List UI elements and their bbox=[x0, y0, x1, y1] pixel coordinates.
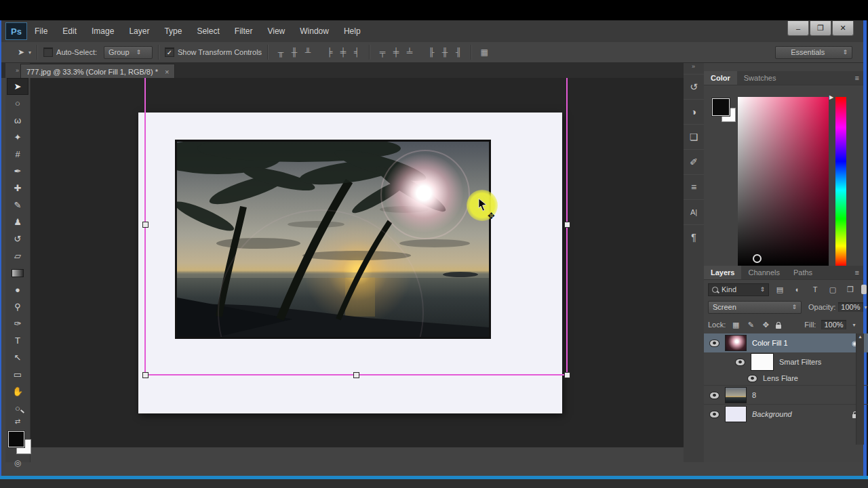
document-tab[interactable]: 777.jpg @ 33.3% (Color Fill 1, RGB/8) * … bbox=[20, 64, 175, 79]
layer-row-smart-filters[interactable]: Smart Filters bbox=[704, 352, 868, 371]
menu-file[interactable]: File bbox=[27, 20, 55, 42]
lock-image-pixels-icon[interactable]: ✎ bbox=[746, 321, 755, 329]
menu-layer[interactable]: Layer bbox=[121, 20, 157, 42]
layer-thumbnail[interactable] bbox=[725, 387, 747, 403]
blur-tool[interactable]: ● bbox=[7, 281, 28, 298]
beach-photo-layer[interactable] bbox=[175, 140, 491, 339]
layer-row-background[interactable]: Background bbox=[704, 404, 868, 424]
lock-position-icon[interactable]: ✥ bbox=[761, 321, 770, 329]
hand-tool[interactable]: ✋ bbox=[7, 383, 28, 400]
chevron-down-icon[interactable]: ▾ bbox=[853, 322, 856, 328]
tab-paths[interactable]: Paths bbox=[787, 266, 819, 279]
type-tool[interactable]: T bbox=[7, 332, 28, 349]
distribute-vertical-centers-icon[interactable]: ╪ bbox=[389, 47, 403, 57]
workspace-dropdown[interactable]: Essentials ⇕ bbox=[775, 46, 852, 59]
auto-select-group-dropdown[interactable]: Group ⇕ bbox=[104, 46, 153, 59]
menu-image[interactable]: Image bbox=[84, 20, 121, 42]
transform-handle-bottom-left[interactable] bbox=[142, 372, 149, 378]
layer-filter-kind-dropdown[interactable]: Kind ⇕ bbox=[708, 283, 769, 296]
panels-collapse[interactable]: » bbox=[684, 63, 704, 74]
clone-source-panel-icon[interactable]: ≡ bbox=[684, 174, 704, 199]
filter-adjustment-layers-icon[interactable]: ◐ bbox=[791, 285, 804, 293]
tab-swatches[interactable]: Swatches bbox=[737, 71, 783, 85]
pen-tool[interactable]: ✑ bbox=[7, 315, 28, 332]
rectangle-tool[interactable]: ▭ bbox=[7, 366, 28, 383]
elliptical-marquee-tool[interactable]: ○ bbox=[7, 95, 28, 112]
visibility-eye-icon[interactable] bbox=[747, 375, 757, 382]
saturation-brightness-field[interactable] bbox=[738, 97, 829, 266]
magic-wand-tool[interactable]: ✦ bbox=[7, 129, 28, 146]
crop-tool[interactable]: # bbox=[7, 146, 28, 163]
align-right-edges-icon[interactable]: ╡ bbox=[350, 47, 363, 57]
align-bottom-edges-icon[interactable]: ╨ bbox=[301, 47, 315, 57]
tab-color[interactable]: Color bbox=[704, 71, 737, 85]
path-selection-tool[interactable]: ↖ bbox=[7, 349, 28, 366]
brush-panel-icon[interactable]: ✐ bbox=[684, 149, 704, 174]
quick-mask-icon[interactable]: ◎ bbox=[9, 458, 26, 468]
zoom-tool[interactable]: ○ bbox=[7, 400, 28, 417]
tab-layers[interactable]: Layers bbox=[704, 266, 741, 279]
lock-all-icon[interactable] bbox=[776, 325, 781, 329]
align-top-edges-icon[interactable]: ╥ bbox=[274, 47, 288, 57]
opacity-value[interactable]: 100% bbox=[838, 302, 863, 312]
distribute-horizontal-centers-icon[interactable]: ╫ bbox=[438, 47, 452, 57]
transform-handle-right[interactable] bbox=[564, 222, 570, 228]
lasso-tool[interactable]: ω bbox=[7, 112, 28, 129]
visibility-eye-icon[interactable] bbox=[735, 359, 745, 366]
move-tool[interactable]: ➤ bbox=[7, 78, 28, 95]
paragraph-panel-icon[interactable]: ¶ bbox=[684, 224, 704, 249]
chevron-down-icon[interactable]: ▾ bbox=[865, 304, 867, 310]
eraser-tool[interactable]: ▱ bbox=[7, 247, 28, 264]
filter-toggle-switch[interactable] bbox=[861, 285, 867, 294]
fill-value[interactable]: 100% bbox=[821, 320, 846, 329]
scroll-up-icon[interactable]: ▴ bbox=[859, 333, 861, 340]
filter-type-layers-icon[interactable]: T bbox=[808, 285, 822, 293]
menu-view[interactable]: View bbox=[260, 20, 292, 42]
layer-row-8[interactable]: 8 bbox=[704, 385, 868, 405]
align-horizontal-centers-icon[interactable]: ╪ bbox=[336, 47, 350, 57]
layer-thumbnail[interactable] bbox=[725, 406, 747, 422]
filter-shape-layers-icon[interactable]: ▢ bbox=[826, 285, 840, 294]
lock-transparent-pixels-icon[interactable]: ▦ bbox=[731, 321, 741, 329]
brush-tool[interactable]: ✎ bbox=[7, 197, 28, 214]
tab-channels[interactable]: Channels bbox=[741, 266, 786, 279]
foreground-color-well[interactable] bbox=[712, 98, 730, 116]
menu-filter[interactable]: Filter bbox=[227, 20, 260, 42]
eyedropper-tool[interactable]: ✒ bbox=[7, 163, 28, 180]
spot-healing-brush-tool[interactable]: ✚ bbox=[7, 180, 28, 197]
gradient-tool[interactable] bbox=[7, 264, 28, 281]
transform-handle-bottom-center[interactable] bbox=[353, 372, 359, 378]
close-button[interactable]: ✕ bbox=[832, 21, 854, 36]
canvas-area[interactable]: ✥ 33.33% ➦ Doc: 8.04M/23.8M ▶ bbox=[31, 78, 684, 447]
character-panel-icon[interactable]: A| bbox=[684, 199, 704, 224]
menu-window[interactable]: Window bbox=[292, 20, 336, 42]
visibility-eye-icon[interactable] bbox=[709, 340, 719, 347]
distribute-left-edges-icon[interactable]: ╟ bbox=[425, 47, 438, 57]
color-picker-marker[interactable] bbox=[753, 254, 762, 263]
history-panel-icon[interactable]: ↺ bbox=[684, 74, 704, 99]
tool-preset-caret-icon[interactable]: ▾ bbox=[28, 49, 31, 56]
menu-help[interactable]: Help bbox=[336, 20, 368, 42]
swap-colors-icon[interactable]: ⇄ bbox=[5, 418, 30, 425]
distribute-top-edges-icon[interactable]: ╤ bbox=[376, 47, 389, 57]
clone-stamp-tool[interactable]: ♟ bbox=[7, 214, 28, 230]
tab-close-icon[interactable]: × bbox=[165, 68, 169, 76]
adjustments-panel-icon[interactable]: ◑ bbox=[684, 99, 704, 124]
transform-handle-left[interactable] bbox=[142, 222, 149, 228]
filter-image-layers-icon[interactable]: ▤ bbox=[773, 285, 787, 294]
layer-thumbnail[interactable] bbox=[725, 335, 747, 351]
filter-smart-object-icon[interactable]: ❒ bbox=[844, 285, 857, 294]
hue-ramp[interactable] bbox=[835, 97, 846, 266]
history-brush-tool[interactable]: ↺ bbox=[7, 230, 28, 247]
transform-handle-bottom-right[interactable] bbox=[564, 372, 570, 378]
dodge-tool[interactable]: ⚲ bbox=[7, 298, 28, 315]
distribute-bottom-edges-icon[interactable]: ╧ bbox=[403, 47, 416, 57]
properties-panel-icon[interactable]: ❏ bbox=[684, 124, 704, 149]
menu-select[interactable]: Select bbox=[189, 20, 226, 42]
menu-edit[interactable]: Edit bbox=[55, 20, 84, 42]
blend-mode-dropdown[interactable]: Screen ⇕ bbox=[708, 301, 802, 314]
minimize-button[interactable]: – bbox=[787, 21, 809, 36]
auto-select-checkbox[interactable] bbox=[43, 47, 53, 57]
layer-row-color-fill-1[interactable]: Color Fill 1 ◉ bbox=[704, 333, 868, 352]
menu-type[interactable]: Type bbox=[157, 20, 189, 42]
